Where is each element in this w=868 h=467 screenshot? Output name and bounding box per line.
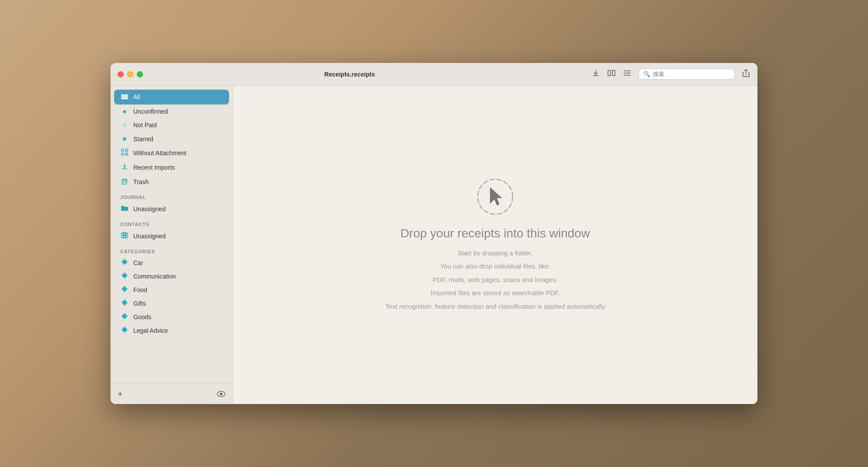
download-icon[interactable] <box>591 69 600 80</box>
svg-rect-9 <box>125 149 128 151</box>
titlebar-controls: 🔍 <box>591 69 750 80</box>
starred-icon: ★ <box>120 135 129 143</box>
cat-gifts-label: Gifts <box>133 300 146 307</box>
layout-icon[interactable] <box>623 69 632 80</box>
unconfirmed-icon: ● <box>120 108 129 115</box>
sidebar-item-trash[interactable]: Trash <box>114 175 229 189</box>
svg-rect-1 <box>612 70 615 76</box>
svg-rect-15 <box>125 235 126 236</box>
cat-goods-label: Goods <box>133 314 151 321</box>
cat-car-icon <box>120 259 129 267</box>
sidebar-item-cat-gifts[interactable]: Gifts <box>114 297 229 310</box>
search-bar[interactable]: 🔍 <box>639 69 735 80</box>
not-paid-icon: ○ <box>120 121 129 129</box>
svg-marker-20 <box>122 300 128 306</box>
main-content: All ● Unconfirmed ○ Not Paid ★ Starred <box>111 86 757 404</box>
drop-zone: Drop your receipts into this window Star… <box>385 175 605 315</box>
sidebar-item-unconfirmed[interactable]: ● Unconfirmed <box>114 105 229 118</box>
cat-legal-label: Legal Advice <box>133 327 168 334</box>
contacts-unassigned-label: Unassigned <box>133 233 166 240</box>
folder-icon <box>120 205 129 213</box>
sidebar-item-all[interactable]: All <box>114 90 229 105</box>
drop-line-3: PDF, mails, web pages, scans and images. <box>385 275 605 285</box>
cat-goods-icon <box>120 313 129 321</box>
drop-subtitle: Start by dropping a folder. You can also… <box>385 248 605 315</box>
sidebar-item-cat-car[interactable]: Car <box>114 256 229 269</box>
recent-imports-icon <box>120 163 129 172</box>
eye-button[interactable] <box>217 390 226 398</box>
journal-section-label: JOURNAL <box>111 189 233 202</box>
svg-rect-0 <box>608 70 611 76</box>
sidebar-item-unconfirmed-label: Unconfirmed <box>133 108 168 115</box>
window-title: Receipts.receipts <box>111 71 591 78</box>
svg-marker-22 <box>122 327 128 333</box>
svg-rect-6 <box>121 96 128 98</box>
sidebar-item-without-attachment-label: Without Attachment <box>133 150 186 157</box>
content-area[interactable]: Drop your receipts into this window Star… <box>233 86 757 404</box>
svg-rect-11 <box>125 153 128 155</box>
svg-marker-17 <box>122 259 128 265</box>
search-input[interactable] <box>653 71 730 77</box>
sidebar-item-recent-imports[interactable]: Recent Imports <box>114 160 229 174</box>
cat-communication-label: Communication <box>133 273 176 280</box>
svg-marker-19 <box>122 286 128 292</box>
sidebar-item-cat-goods[interactable]: Goods <box>114 310 229 324</box>
sidebar-item-not-paid-label: Not Paid <box>133 122 157 129</box>
sidebar-item-recent-imports-label: Recent Imports <box>133 164 175 171</box>
cat-car-label: Car <box>133 259 143 266</box>
app-window: Receipts.receipts <box>111 63 757 404</box>
sidebar-item-journal-unassigned[interactable]: Unassigned <box>114 202 229 216</box>
svg-rect-10 <box>122 153 124 155</box>
drop-line-4: Imported files are stored as searchable … <box>385 288 605 298</box>
sidebar-item-contacts-unassigned[interactable]: Unassigned <box>114 229 229 243</box>
share-icon[interactable] <box>742 69 750 80</box>
drop-icon <box>473 175 517 219</box>
sidebar-item-without-attachment[interactable]: Without Attachment <box>114 146 229 160</box>
drop-line-5: Text recognition, feature detection and … <box>385 302 605 312</box>
split-view-icon[interactable] <box>607 69 616 80</box>
sidebar-item-cat-communication[interactable]: Communication <box>114 270 229 283</box>
drop-line-2: You can also drop individual files, like… <box>385 261 605 272</box>
titlebar: Receipts.receipts <box>111 63 757 86</box>
search-icon: 🔍 <box>643 71 650 77</box>
journal-unassigned-label: Unassigned <box>133 206 166 213</box>
cat-food-label: Food <box>133 286 147 293</box>
contacts-section-label: CONTACTS <box>111 216 233 229</box>
sidebar-item-starred-label: Starred <box>133 136 153 143</box>
svg-rect-16 <box>123 236 126 238</box>
trash-icon <box>120 178 129 186</box>
sidebar-item-starred[interactable]: ★ Starred <box>114 132 229 146</box>
svg-marker-21 <box>122 313 128 319</box>
sidebar-scroll[interactable]: All ● Unconfirmed ○ Not Paid ★ Starred <box>111 86 233 383</box>
sidebar-item-cat-legal[interactable]: Legal Advice <box>114 324 229 337</box>
cat-food-icon <box>120 286 129 294</box>
sidebar-item-trash-label: Trash <box>133 178 149 185</box>
drop-line-1: Start by dropping a folder. <box>385 248 605 258</box>
svg-rect-7 <box>121 98 128 99</box>
drop-title: Drop your receipts into this window <box>400 227 590 240</box>
svg-marker-18 <box>122 272 128 279</box>
cat-gifts-icon <box>120 300 129 307</box>
cat-legal-icon <box>120 327 129 335</box>
sidebar-item-not-paid[interactable]: ○ Not Paid <box>114 118 229 132</box>
sidebar-item-all-label: All <box>133 94 140 101</box>
building-icon <box>120 232 129 240</box>
categories-section-label: CATEGORIES <box>111 244 233 256</box>
attachment-icon <box>120 149 129 157</box>
sidebar: All ● Unconfirmed ○ Not Paid ★ Starred <box>111 86 233 404</box>
svg-rect-13 <box>123 235 124 236</box>
add-button[interactable]: + <box>118 390 123 398</box>
svg-point-24 <box>220 393 222 395</box>
layers-icon <box>120 92 129 102</box>
sidebar-footer: + <box>111 383 233 404</box>
svg-rect-8 <box>122 149 124 151</box>
svg-marker-26 <box>490 187 502 206</box>
svg-rect-14 <box>124 235 125 236</box>
svg-rect-5 <box>121 94 128 96</box>
sidebar-item-cat-food[interactable]: Food <box>114 283 229 296</box>
cat-communication-icon <box>120 272 129 280</box>
